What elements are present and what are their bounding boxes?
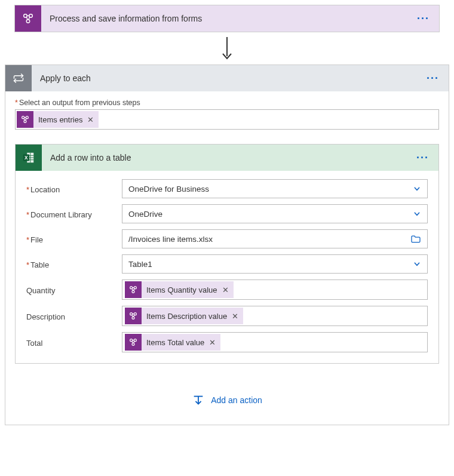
total-label: Total	[26, 337, 122, 348]
ai-builder-icon	[15, 5, 41, 32]
token-remove-button[interactable]: ✕	[232, 312, 238, 321]
chevron-down-icon	[413, 185, 421, 193]
svg-line-35	[132, 341, 133, 343]
token-label: Items Quantity value	[146, 285, 217, 294]
add-action-icon	[192, 394, 205, 407]
action-card-process-forms[interactable]: Process and save information from forms …	[14, 5, 440, 32]
description-label: Description	[26, 311, 122, 321]
file-picker[interactable]: /Invoices line items.xlsx	[122, 229, 428, 248]
ai-builder-icon	[125, 281, 142, 298]
token-label: Items Description value	[146, 312, 227, 321]
excel-action-title: Add a row into a table	[42, 153, 414, 162]
total-field[interactable]: Items Total value ✕	[122, 332, 428, 352]
ai-builder-icon	[125, 308, 142, 324]
more-menu-button[interactable]: ···	[414, 152, 431, 164]
svg-point-28	[132, 317, 134, 319]
apply-to-each-header[interactable]: Apply to each ···	[5, 65, 449, 91]
token-remove-button[interactable]: ✕	[222, 285, 229, 294]
apply-to-each-card: Apply to each ··· Select an output from …	[5, 65, 449, 425]
svg-line-23	[132, 288, 133, 290]
flow-arrow	[5, 32, 449, 65]
doclib-value: OneDrive	[128, 210, 162, 219]
token-items-entries[interactable]: Items entries ✕	[17, 111, 99, 128]
token-label: Items entries	[38, 115, 82, 124]
more-menu-button[interactable]: ···	[424, 72, 441, 85]
ai-builder-icon	[17, 111, 33, 128]
svg-point-34	[132, 343, 134, 345]
svg-point-22	[132, 290, 134, 293]
output-from-label: Select an output from previous steps	[15, 99, 439, 107]
svg-line-3	[26, 17, 27, 20]
svg-line-36	[134, 341, 134, 343]
output-from-field[interactable]: Items entries ✕	[15, 109, 439, 130]
location-label: Location	[26, 184, 122, 194]
excel-icon: X	[16, 145, 42, 171]
token-label: Items Total value	[146, 338, 204, 347]
add-action-button[interactable]: Add an action	[15, 394, 439, 407]
quantity-field[interactable]: Items Quantity value ✕	[122, 280, 428, 300]
file-label: File	[26, 234, 122, 244]
chevron-down-icon	[413, 260, 421, 268]
svg-line-4	[29, 17, 30, 20]
token-description[interactable]: Items Description value ✕	[125, 308, 243, 324]
doclib-label: Document Library	[26, 209, 122, 219]
svg-text:X: X	[24, 155, 28, 161]
more-menu-button[interactable]: ···	[415, 13, 432, 25]
excel-action-card: X Add a row into a table ··· Location On…	[15, 144, 439, 364]
svg-line-24	[134, 288, 134, 290]
location-select[interactable]: OneDrive for Business	[122, 179, 428, 198]
svg-line-30	[134, 315, 134, 317]
location-value: OneDrive for Business	[128, 185, 209, 194]
apply-to-each-title: Apply to each	[32, 73, 424, 83]
table-label: Table	[26, 259, 122, 269]
file-value: /Invoices line items.xlsx	[128, 235, 213, 244]
excel-action-header[interactable]: X Add a row into a table ···	[16, 145, 438, 171]
table-select[interactable]: Table1	[122, 254, 428, 274]
doclib-select[interactable]: OneDrive	[122, 204, 428, 223]
svg-point-9	[24, 120, 26, 122]
ai-builder-icon	[125, 334, 142, 351]
token-remove-button[interactable]: ✕	[209, 338, 216, 347]
quantity-label: Quantity	[26, 285, 122, 295]
loop-icon	[5, 65, 32, 91]
svg-line-29	[132, 315, 133, 317]
token-quantity[interactable]: Items Quantity value ✕	[125, 281, 234, 298]
chevron-down-icon	[413, 210, 421, 218]
folder-icon[interactable]	[410, 235, 421, 243]
svg-line-11	[26, 118, 26, 120]
token-total[interactable]: Items Total value ✕	[125, 334, 220, 351]
svg-line-10	[24, 118, 24, 120]
add-action-label: Add an action	[211, 395, 262, 405]
action-title: Process and save information from forms	[41, 14, 415, 23]
table-value: Table1	[128, 260, 152, 269]
token-remove-button[interactable]: ✕	[87, 115, 94, 124]
svg-point-2	[26, 20, 30, 23]
description-field[interactable]: Items Description value ✕	[122, 306, 428, 326]
